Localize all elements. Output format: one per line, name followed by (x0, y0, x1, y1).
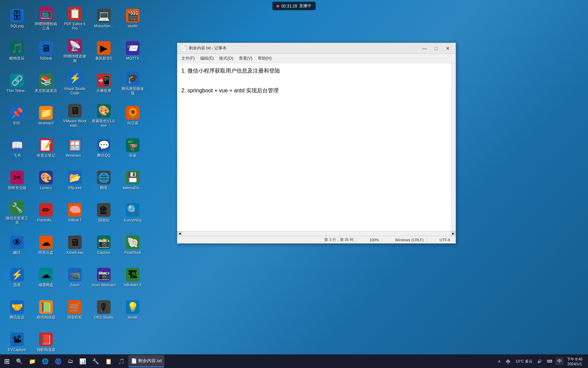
taskbar-extra5[interactable]: 🎵 (115, 355, 128, 367)
status-position: 第 3 行，第 35 列 (322, 237, 357, 242)
mqtt-icon: 📨 (126, 41, 140, 55)
icon-obs[interactable]: 🎙 OBS Studio (90, 295, 117, 325)
icon-feishu[interactable]: 📖 飞书 (3, 133, 31, 164)
evcapture-label: EVCapture (8, 348, 26, 352)
icon-wechat-dev[interactable]: 🔧 微信开发者工具 (3, 198, 31, 228)
windows-icon: 🪟 (68, 138, 82, 152)
icon-xftp[interactable]: 📂 Xftp.exe (61, 165, 88, 196)
icon-tencent-meet[interactable]: 🤝 腾讯会议 (3, 295, 31, 325)
icon-jianji[interactable]: ✂ 剪映专业版 (3, 165, 31, 196)
tray-ime[interactable]: 中 (556, 357, 564, 365)
tray-volume[interactable]: 🔊 (536, 358, 543, 364)
icon-douyin-live[interactable]: 📡 哔哩哔哩直播姬 (61, 36, 88, 66)
menu-help[interactable]: 帮助(H) (255, 55, 275, 62)
icon-dingtalk[interactable]: 📌 钉钉 (3, 101, 31, 131)
icon-captura[interactable]: 📸 Captura (90, 230, 117, 261)
icon-thin[interactable]: 🔗 Thin Telew... (3, 68, 31, 99)
icon-xunlei[interactable]: ⚡ 迅雷 (3, 262, 31, 293)
everything-icon: 🔍 (126, 203, 140, 217)
icon-fushan[interactable]: 📕 福昕阅读器 (32, 327, 60, 358)
pdf-editor-label: PDF Editor 6 Pro (63, 22, 87, 31)
thin-icon: 🔗 (10, 74, 24, 87)
icon-todesk[interactable]: 🖥 ToDesk (32, 36, 60, 66)
icon-vscode[interactable]: ⚡ Visual Studio Code (61, 68, 88, 99)
menu-file[interactable]: 文件(F) (179, 55, 197, 62)
icon-balena[interactable]: 💾 balenaEtc... (119, 165, 146, 196)
taskbar-notepad[interactable]: 📄 剩余内容.txt (128, 355, 164, 367)
scrollbar-horizontal[interactable]: ◀ ▶ (177, 231, 456, 236)
icon-xmind[interactable]: 🧠 XMind 7 (61, 198, 88, 228)
scroll-track[interactable] (182, 231, 451, 236)
icon-storm[interactable]: ▶ 暴风影音5 (90, 36, 117, 66)
obs-label: OBS Studio (94, 315, 113, 320)
menu-format[interactable]: 格式(O) (216, 55, 236, 62)
taskbar-filemanager[interactable]: 📁 (26, 355, 38, 367)
icon-qqchat[interactable]: 💬 腾讯QQ (90, 133, 117, 164)
scrollbar-vertical[interactable] (452, 63, 456, 231)
menu-view[interactable]: 查看(V) (236, 55, 255, 62)
icon-jackedict[interactable]: 📚 杰克凯迪英语 (32, 68, 60, 99)
icon-liteide[interactable]: 💡 liteide (119, 295, 146, 325)
tray-network[interactable] (504, 357, 512, 365)
icon-mobaxterm[interactable]: 💻 MobaXter... (90, 3, 117, 34)
huishouzhan-icon: 🗑 (97, 203, 111, 217)
icon-youdao[interactable]: 📝 有道云笔记 (32, 133, 60, 164)
sqllyog-icon: 🗄 (10, 9, 24, 22)
icon-xshell[interactable]: 🖥 Xshell.exe (61, 230, 88, 261)
icon-xiangri[interactable]: 🌻 向日葵 (119, 101, 146, 131)
feishu-icon: 📖 (10, 138, 24, 152)
icon-douyin-tool[interactable]: 📺 哔哩哔哩投稿工具 (32, 3, 60, 34)
icon-lebo[interactable]: 📲 乐播投屏 (90, 68, 117, 99)
liteide-icon: 💡 (126, 300, 140, 314)
notepad-editor[interactable]: 1. 微信小程序获取用户信息及注册和登陆 2. springboot + vue… (177, 63, 452, 231)
icon-tencent-class[interactable]: 🎓 腾讯课堂极速版 (119, 68, 146, 99)
tray-keyboard[interactable]: ⌨ (545, 358, 554, 364)
icon-yuchat[interactable]: 🦆 语雀 (119, 133, 146, 164)
icon-alibaba[interactable]: 🛒 阿里旺旺 (61, 295, 88, 325)
scroll-left-arrow[interactable]: ◀ (177, 231, 182, 236)
icon-vmware[interactable]: 🖥 VMware Workstati... (61, 101, 88, 131)
jackedict-icon: 📚 (39, 74, 53, 87)
taskbar-chrome[interactable]: 🌐 (39, 355, 51, 367)
icon-chengtong[interactable]: ☁ 城通网盘 (32, 262, 60, 293)
icon-pdf-editor[interactable]: 📋 PDF Editor 6 Pro (61, 3, 88, 34)
icon-screencap[interactable]: 🎨 屏幕取色V1.0.exe (90, 101, 117, 131)
icon-windows[interactable]: 🪟 Windows... (61, 133, 88, 164)
icon-sqllyog[interactable]: 🗄 SQLyog (3, 3, 31, 34)
taskbar-extra3[interactable]: 🔧 (89, 355, 102, 367)
maximize-button[interactable]: □ (431, 45, 441, 52)
taskbar-extra4[interactable]: 📋 (102, 355, 115, 367)
icon-aliyun[interactable]: ☁ 阿里云盘 (32, 230, 60, 261)
icon-desktop3[interactable]: 📁 desktop3 (32, 101, 60, 131)
icon-daoke[interactable]: 📗 稻壳阅读器 (32, 295, 60, 325)
icon-mumu[interactable]: 👁 瞩目 (3, 230, 31, 261)
icon-irinwebcam[interactable]: 📷 Irium Webcam (90, 262, 117, 293)
icon-pointofix[interactable]: ✏ Pointofix... (32, 198, 60, 228)
icon-network[interactable]: 🌐 网络 (90, 165, 117, 196)
yuchat-label: 语雀 (129, 153, 136, 158)
scroll-right-arrow[interactable]: ▶ (451, 231, 456, 236)
start-button[interactable]: ⊞ (1, 355, 13, 367)
tray-weather[interactable]: 13°C 多云 (514, 358, 534, 365)
menu-edit[interactable]: 编辑(E) (197, 55, 216, 62)
taskbar-extra2[interactable]: 📊 (77, 355, 89, 367)
taskbar-extra1[interactable]: 🗂 (65, 355, 76, 367)
icon-evcapture[interactable]: 📽 EVCapture (3, 327, 31, 358)
icon-zoom[interactable]: 📹 Zoom (61, 262, 88, 293)
huishouzhan-label: 回收站 (98, 218, 110, 223)
icon-lunacy[interactable]: 🎨 Lunacy (32, 165, 60, 196)
alibaba-icon: 🛒 (68, 300, 82, 314)
icon-mqtt[interactable]: 📨 MQTTX (119, 36, 146, 66)
tray-chevron[interactable]: ∧ (496, 358, 502, 364)
close-button[interactable]: ✕ (443, 45, 453, 52)
taskbar-search[interactable]: 🔍 (13, 355, 26, 367)
icon-studio[interactable]: 🎬 studio (119, 3, 146, 34)
system-clock[interactable]: 下午 8:45 2024/1/1 (566, 356, 584, 367)
icon-everything[interactable]: 🔍 Everything (119, 198, 146, 228)
icon-finalshell[interactable]: 🐚 FinalShell (119, 230, 146, 261)
icon-hbuilder[interactable]: 🏗 HBuilder X (119, 262, 146, 293)
minimize-button[interactable]: — (420, 45, 430, 52)
icon-kugou[interactable]: 🎵 酷狗音乐 (3, 36, 31, 66)
taskbar-edge[interactable]: 🌀 (52, 355, 64, 367)
icon-huishouzhan[interactable]: 🗑 回收站 (90, 198, 117, 228)
